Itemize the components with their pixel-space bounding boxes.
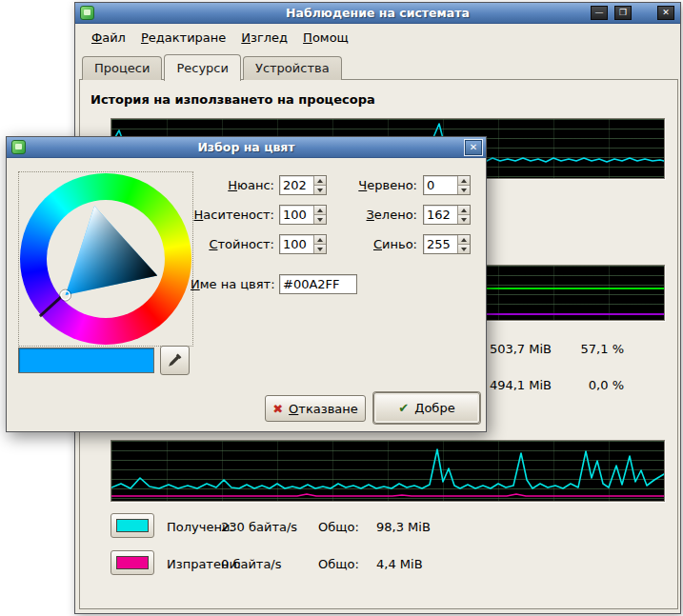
- color-name-label: Име на цвят:: [191, 277, 274, 291]
- spin-up-icon: [317, 179, 323, 183]
- hue-input[interactable]: [280, 176, 313, 194]
- color-name-entry: [279, 274, 357, 294]
- menu-file[interactable]: Файл: [85, 28, 132, 48]
- dialog-titlebar[interactable]: Избор на цвят ✕: [7, 137, 486, 158]
- saturation-spin-down-button[interactable]: [314, 215, 326, 224]
- menu-view[interactable]: Изглед: [234, 28, 294, 48]
- spin-down-icon: [461, 218, 467, 222]
- green-spin-up-button[interactable]: [458, 206, 470, 215]
- received-total: 98,3 MiB: [376, 520, 431, 534]
- dialog-close-button[interactable]: ✕: [465, 140, 482, 155]
- desktop: Наблюдение на системата — ❐ ✕ Файл Редак…: [0, 0, 683, 616]
- window-controls: — ❐ ✕: [591, 6, 674, 20]
- eyedropper-icon: [167, 352, 183, 368]
- network-received-line: [111, 449, 664, 488]
- swap-percent: 0,0 %: [563, 378, 624, 392]
- sent-rate: 0 байта/s: [221, 557, 282, 571]
- saturation-spinbox: [279, 205, 327, 225]
- blue-spin-up-button[interactable]: [458, 235, 470, 245]
- network-sent-line: [111, 494, 664, 496]
- spin-down-icon: [317, 189, 323, 192]
- color-wheel[interactable]: [18, 171, 193, 347]
- sent-color-button[interactable]: [110, 550, 154, 575]
- sent-total: 4,4 MiB: [376, 557, 423, 571]
- green-input[interactable]: [424, 206, 457, 224]
- menubar: Файл Редактиране Изглед Помощ: [75, 24, 680, 50]
- blue-spinbox: [423, 234, 471, 254]
- hue-label: Нюанс:: [191, 178, 274, 192]
- spin-up-icon: [461, 209, 467, 212]
- spin-down-icon: [317, 218, 323, 222]
- value-spinner: [313, 235, 326, 253]
- red-input[interactable]: [424, 176, 457, 194]
- minimize-button[interactable]: —: [591, 6, 608, 20]
- memory-percent: 57,1 %: [563, 342, 624, 356]
- red-spin-up-button[interactable]: [458, 176, 470, 186]
- value-spinbox: [279, 234, 327, 254]
- saturation-spinner: [313, 206, 326, 224]
- ok-button[interactable]: ✔ Добре: [373, 392, 480, 424]
- green-spin-down-button[interactable]: [458, 215, 470, 224]
- ok-label: Добре: [414, 401, 454, 415]
- blue-spin-down-button[interactable]: [458, 245, 470, 253]
- dialog-title: Избор на цвят: [30, 140, 463, 154]
- saturation-spin-up-button[interactable]: [314, 206, 326, 215]
- tab-resources[interactable]: Ресурси: [164, 54, 241, 81]
- menu-help[interactable]: Помощ: [296, 28, 355, 48]
- sv-triangle-black: [66, 206, 158, 295]
- main-window-titlebar[interactable]: Наблюдение на системата — ❐ ✕: [75, 3, 680, 24]
- spin-up-icon: [317, 238, 323, 242]
- cancel-button[interactable]: ✖ Отказване: [265, 395, 366, 422]
- green-spinbox: [423, 205, 471, 225]
- hue-spin-up-button[interactable]: [314, 176, 326, 186]
- hue-spinbox: [279, 175, 327, 195]
- cancel-label: Отказване: [289, 402, 358, 416]
- red-spin-down-button[interactable]: [458, 186, 470, 194]
- tab-devices[interactable]: Устройства: [243, 56, 342, 80]
- value-label: Стойност:: [191, 237, 274, 251]
- blue-input[interactable]: [424, 235, 457, 253]
- hue-spinner: [313, 176, 326, 194]
- spin-down-icon: [461, 189, 467, 192]
- color-preview: [18, 348, 154, 373]
- spin-up-icon: [317, 209, 323, 212]
- maximize-button[interactable]: ❐: [614, 6, 632, 20]
- sent-total-label: Общо:: [318, 557, 359, 571]
- system-monitor-icon: [80, 6, 94, 20]
- received-total-label: Общо:: [318, 520, 359, 534]
- menu-edit[interactable]: Редактиране: [134, 28, 232, 48]
- red-spinner: [457, 176, 470, 194]
- ok-icon: ✔: [398, 402, 409, 414]
- eyedropper-button[interactable]: [160, 346, 190, 375]
- tab-processes[interactable]: Процеси: [82, 56, 162, 80]
- value-input[interactable]: [280, 235, 313, 253]
- blue-spinner: [457, 235, 470, 253]
- close-button[interactable]: ✕: [657, 6, 674, 20]
- green-label: Зелено:: [333, 208, 417, 222]
- red-label: Червено:: [333, 178, 417, 192]
- spin-up-icon: [461, 238, 467, 242]
- blue-label: Синьо:: [333, 237, 417, 251]
- cancel-icon: ✖: [272, 403, 283, 415]
- green-spinner: [457, 206, 470, 224]
- cpu-history-heading: История на използването на процесора: [90, 92, 375, 107]
- sent-color-swatch: [116, 556, 149, 569]
- spin-down-icon: [317, 248, 323, 251]
- saturation-label: Наситеност:: [191, 208, 274, 222]
- value-spin-up-button[interactable]: [314, 235, 326, 245]
- red-spinbox: [423, 175, 471, 195]
- received-color-swatch: [116, 519, 149, 532]
- value-spin-down-button[interactable]: [314, 245, 326, 253]
- color-name-input[interactable]: [280, 275, 356, 293]
- saturation-input[interactable]: [280, 206, 313, 224]
- network-history-chart: [110, 440, 665, 502]
- hue-spin-down-button[interactable]: [314, 186, 326, 194]
- spin-up-icon: [461, 179, 467, 183]
- color-picker-dialog: Избор на цвят ✕: [6, 136, 487, 432]
- dialog-icon: [11, 140, 26, 154]
- received-color-button[interactable]: [110, 513, 154, 538]
- tabstrip: Процеси Ресурси Устройства: [82, 54, 344, 80]
- sv-triangle[interactable]: [20, 173, 191, 345]
- main-window-title: Наблюдение на системата: [98, 6, 657, 20]
- received-rate: 230 байта/s: [221, 520, 297, 534]
